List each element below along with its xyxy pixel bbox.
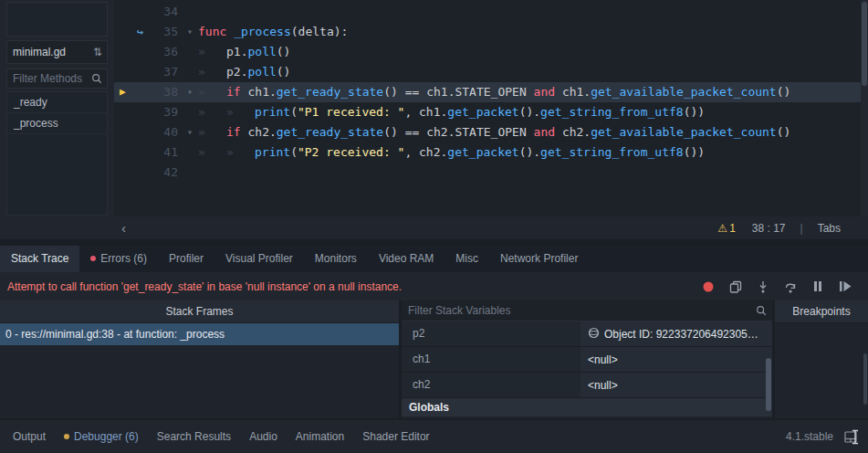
code-line-42[interactable]: 42 [114, 163, 861, 183]
fold-gutter [182, 42, 198, 62]
fold-gutter [182, 102, 198, 122]
script-item-row[interactable]: minimal.gd ⇅ [6, 40, 108, 64]
stack-frame-row[interactable]: 0 - res://minimal.gd:38 - at function: _… [0, 323, 399, 345]
breakpoints-title: Breakpoints [775, 300, 868, 323]
variable-name: ch1 [402, 347, 580, 372]
script-name: minimal.gd [7, 46, 89, 58]
line-number: 34 [145, 2, 182, 22]
bottom-tab-label: Debugger (6) [74, 430, 139, 443]
code-line-36[interactable]: 36»p1.poll() [114, 42, 861, 62]
continue-icon [839, 280, 852, 292]
bottom-panel-buttons: OutputDebugger (6)Search ResultsAudioAni… [0, 430, 439, 443]
tab-label: Network Profiler [500, 252, 578, 265]
fold-icon: ▾ [182, 122, 198, 142]
tab-misc[interactable]: Misc [444, 246, 489, 272]
pause-icon [812, 280, 823, 292]
tab-monitors[interactable]: Monitors [304, 246, 368, 272]
code-line-37[interactable]: 37»p2.poll() [114, 62, 861, 82]
line-number: 36 [145, 42, 182, 62]
method-item-process[interactable]: _process [7, 113, 107, 134]
variable-row-ch1[interactable]: ch1<null> [402, 347, 772, 373]
search-icon [91, 73, 102, 84]
bottom-tab-shader-editor[interactable]: Shader Editor [353, 430, 438, 443]
line-number: 41 [145, 142, 182, 163]
bottom-tab-audio[interactable]: Audio [240, 430, 287, 443]
editor-scrollbar-thumb[interactable] [862, 2, 867, 86]
bottom-tab-search-results[interactable]: Search Results [148, 430, 240, 443]
globals-section-header[interactable]: Globals [402, 398, 772, 416]
tab-label: Misc [455, 252, 478, 265]
line-number: 40 [145, 122, 182, 142]
variable-value: <null> [580, 347, 772, 372]
editor-scrollbar[interactable] [861, 0, 868, 216]
line-number: 39 [145, 102, 182, 122]
method-item-ready[interactable]: _ready [7, 92, 107, 113]
code-line-41[interactable]: 41»»print("P2 received: ", ch2.get_packe… [114, 142, 861, 163]
variable-row-ch2[interactable]: ch2<null> [402, 373, 772, 398]
debug-toolbar [700, 279, 868, 295]
filter-methods-input[interactable]: Filter Methods [6, 68, 108, 89]
skip-breakpoints-button[interactable] [700, 279, 716, 295]
variable-row-p2[interactable]: p2Object ID: 922337206492305… [402, 321, 772, 347]
tab-label: Profiler [169, 252, 204, 265]
godot-editor-window: minimal.gd ⇅ Filter Methods _ready_proce… [0, 0, 868, 453]
step-into-icon [757, 280, 769, 293]
variable-value: Object ID: 922337206492305… [580, 321, 772, 346]
code-text: »»print("P2 received: ", ch2.get_packet(… [198, 142, 705, 163]
copy-error-button[interactable] [727, 279, 744, 295]
error-dot-icon [90, 256, 96, 261]
code-text: func _process(delta): [198, 22, 348, 42]
breakpoints-scrollbar-thumb[interactable] [863, 353, 867, 405]
bottom-tab-animation[interactable]: Animation [287, 430, 353, 443]
error-bar: Attempt to call function 'get_ready_stat… [0, 272, 868, 300]
step-over-button[interactable] [782, 279, 799, 295]
break-button[interactable] [810, 279, 826, 295]
tab-label: Errors (6) [100, 252, 147, 265]
debugger-dot-icon [64, 434, 69, 439]
debugger-tab-bar: Stack TraceErrors (6)ProfilerVisual Prof… [0, 246, 868, 272]
code-text: »p2.poll() [198, 62, 290, 82]
variable-value-text: <null> [588, 379, 618, 392]
gutter-35: ↪ [114, 22, 145, 42]
code-line-40[interactable]: 40▾»if ch2.get_ready_state() == ch2.STAT… [114, 122, 861, 142]
scroll-left-icon[interactable]: ‹ [121, 221, 126, 235]
code-line-39[interactable]: 39»»print("P1 received: ", ch1.get_packe… [114, 102, 861, 122]
sort-methods-icon[interactable]: ⇅ [89, 46, 107, 58]
filter-stack-variables-input[interactable]: Filter Stack Variables [402, 300, 772, 321]
filter-methods-placeholder: Filter Methods [7, 72, 91, 85]
code-line-38[interactable]: ▶38▾»if ch1.get_ready_state() == ch1.STA… [114, 82, 861, 102]
stack-frames-title: Stack Frames [0, 300, 399, 323]
tab-errors-6[interactable]: Errors (6) [79, 246, 158, 272]
warnings-indicator[interactable]: ⚠ 1 [717, 222, 735, 235]
step-into-button[interactable] [755, 279, 771, 295]
variables-scrollbar-thumb[interactable] [766, 358, 771, 411]
scripts-list[interactable] [6, 2, 108, 37]
panel-splitter[interactable] [0, 239, 868, 246]
bottom-tab-debugger-6[interactable]: Debugger (6) [55, 430, 148, 443]
tab-label: Stack Trace [11, 252, 68, 265]
code-editor[interactable]: 34↪35▾func _process(delta):36»p1.poll()3… [114, 0, 868, 216]
variables-scrollbar[interactable] [765, 321, 772, 418]
code-line-35[interactable]: ↪35▾func _process(delta): [114, 22, 861, 42]
code-line-34[interactable]: 34 [114, 2, 861, 22]
code-text: »»print("P1 received: ", ch1.get_packet(… [198, 102, 705, 122]
bottom-tab-output[interactable]: Output [4, 430, 55, 443]
tab-visual-profiler[interactable]: Visual Profiler [214, 246, 304, 272]
continue-button[interactable] [837, 279, 853, 295]
line-number: 37 [145, 62, 182, 82]
tab-stack-trace[interactable]: Stack Trace [0, 246, 79, 272]
gutter-34 [114, 2, 145, 22]
breakpoints-scrollbar[interactable] [863, 322, 868, 418]
gutter-37 [114, 62, 145, 82]
editor-status-bar: ‹ ⚠ 1 38 : 17 | Tabs [114, 216, 868, 239]
gutter-40 [114, 122, 145, 142]
gutter-36 [114, 42, 145, 62]
step-over-icon [784, 280, 798, 293]
indent-mode[interactable]: Tabs [818, 222, 841, 235]
tab-network-profiler[interactable]: Network Profiler [489, 246, 589, 272]
tab-label: Visual Profiler [225, 252, 293, 265]
search-icon [756, 305, 767, 316]
tab-video-ram[interactable]: Video RAM [368, 246, 444, 272]
tab-profiler[interactable]: Profiler [158, 246, 214, 272]
debugger-panels: Stack Frames 0 - res://minimal.gd:38 - a… [0, 300, 868, 418]
